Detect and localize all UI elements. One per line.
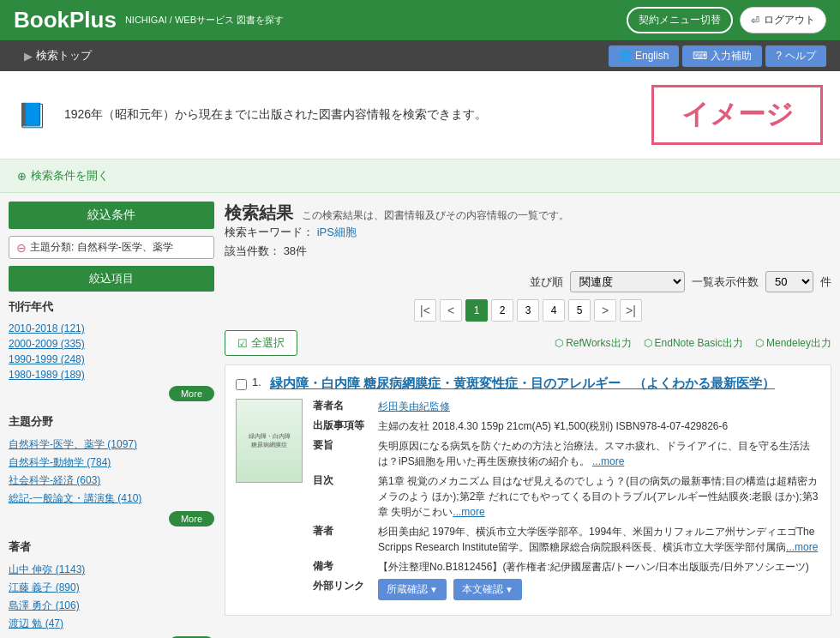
summary-more-link[interactable]: ...more: [592, 455, 624, 467]
holdings-label: 所蔵確認: [387, 582, 428, 597]
result-details-1: 著者名 杉田美由紀監修 出版事項等 主婦の友社 2018.4.30 159p 2…: [313, 399, 820, 605]
export-icon-2: ⬡: [644, 337, 652, 349]
filter-item-author-0[interactable]: 山中 伸弥 (1143): [9, 561, 214, 579]
export-icon-3: ⬡: [755, 337, 764, 349]
info-bar: 📘 1926年（昭和元年）から現在までに出版された図書内容情報を検索できます。 …: [0, 71, 840, 160]
filter-item-year-3[interactable]: 1980-1989 (189): [9, 367, 214, 382]
service-sub: 図書を探す: [237, 15, 284, 25]
filter-item-year-0[interactable]: 2010-2018 (121): [9, 321, 214, 336]
filter-item-subject-1[interactable]: 自然科学-動物学 (784): [9, 454, 214, 472]
logout-btn[interactable]: ⏎ ログアウト: [740, 7, 826, 33]
logout-icon: ⏎: [751, 15, 759, 27]
results-count: 該当件数： 38件: [225, 244, 569, 259]
logout-label: ログアウト: [764, 13, 815, 27]
input-assist-btn[interactable]: ⌨ 入力補助: [682, 45, 762, 67]
results-subtitle: この検索結果は、図書情報及びその内容情報の一覧です。: [302, 208, 569, 223]
page-3-btn[interactable]: 3: [517, 299, 539, 322]
remove-filter-icon[interactable]: ⊖: [16, 241, 27, 255]
filter-item-author-2[interactable]: 島澤 勇介 (106): [9, 597, 214, 615]
export-mendeley-btn[interactable]: ⬡ Mendeley出力: [755, 336, 831, 351]
filter-section-subject: 主題分野 自然科学-医学、薬学 (1097) 自然科学-動物学 (784) 社会…: [9, 412, 214, 533]
chevron-down-icon-1: ▼: [429, 585, 438, 594]
count-per-unit: 件: [820, 274, 831, 290]
check-icon: ☑: [237, 337, 248, 350]
count-value: 38件: [284, 244, 307, 257]
count-per-label: 一覧表示件数: [692, 274, 759, 290]
filter-item-year-1[interactable]: 2000-2009 (335): [9, 336, 214, 352]
toolbar: ☑ 全選択 ⬡ RefWorks出力 ⬡ EndNote Basic出力 ⬡ M…: [225, 330, 831, 356]
nav-search-top[interactable]: ▶ 検索トップ: [14, 41, 102, 70]
subject-more-btn[interactable]: More: [169, 511, 214, 527]
header: BookPlus NICHIGAI / WEBサービス 図書を探す 契約メニュー…: [0, 0, 840, 40]
export-buttons: ⬡ RefWorks出力 ⬡ EndNote Basic出力 ⬡ Mendele…: [555, 336, 831, 351]
year-more-btn[interactable]: More: [169, 386, 214, 401]
english-btn[interactable]: 🌐 English: [609, 45, 679, 67]
navbar-right: 🌐 English ⌨ 入力補助 ? ヘルプ: [609, 45, 826, 67]
author2-more-link[interactable]: ...more: [786, 541, 818, 553]
info-text: 1926年（昭和元年）から現在までに出版された図書内容情報を検索できます。: [64, 107, 487, 123]
globe-icon: 🌐: [619, 50, 632, 62]
author-label: 著者名: [313, 399, 373, 414]
detail-row-author: 著者名 杉田美由紀監修: [313, 399, 820, 414]
filter-title: 絞込条件: [9, 202, 214, 229]
page-last-btn[interactable]: >|: [620, 299, 642, 322]
note-label: 備考: [313, 559, 373, 575]
result-number-1: 1.: [252, 376, 261, 388]
result-title-1[interactable]: 緑内障・白内障 糖尿病網膜症・黄斑変性症・目のアレルギー （よくわかる最新医学）: [270, 376, 820, 392]
sort-label: 並び順: [530, 274, 563, 290]
toc-label: 目次: [313, 473, 373, 520]
input-label: 入力補助: [711, 49, 752, 63]
filter-item-year-2[interactable]: 1990-1999 (248): [9, 352, 214, 367]
book-cover-1: 緑内障・白内障糖尿病網膜症: [236, 399, 303, 483]
filter-section-author-label: 著者: [9, 537, 214, 557]
contract-btn[interactable]: 契約メニュー切替: [627, 7, 733, 33]
help-btn[interactable]: ? ヘルプ: [765, 45, 826, 67]
filter-item-subject-2[interactable]: 社会科学-経済 (603): [9, 472, 214, 490]
results-header: 検索結果 この検索結果は、図書情報及びその内容情報の一覧です。 検索キーワード：…: [225, 202, 831, 266]
holdings-btn[interactable]: 所蔵確認 ▼: [378, 579, 447, 600]
filter-item-author-1[interactable]: 江藤 義子 (890): [9, 579, 214, 597]
select-all-label: 全選択: [251, 335, 285, 351]
image-placeholder-text: イメージ: [681, 96, 794, 134]
fulltext-btn[interactable]: 本文確認 ▼: [453, 579, 522, 600]
filter-item-subject-3[interactable]: 総記-一般論文・講演集 (410): [9, 490, 214, 508]
page-4-btn[interactable]: 4: [543, 299, 565, 322]
filter-item-subject-0[interactable]: 自然科学-医学、薬学 (1097): [9, 436, 214, 454]
export-refworks-btn[interactable]: ⬡ RefWorks出力: [555, 336, 631, 351]
pub-value: 主婦の友社 2018.4.30 159p 21cm(A5) ¥1,500(税別)…: [378, 418, 728, 434]
navbar-left: ▶ 検索トップ: [14, 41, 102, 70]
detail-row-pub: 出版事項等 主婦の友社 2018.4.30 159p 21cm(A5) ¥1,5…: [313, 418, 820, 434]
toc-more-link[interactable]: ...more: [453, 506, 484, 518]
sidebar: 絞込条件 ⊖ 主題分類: 自然科学-医学、薬学 絞込項目 刊行年代 2010-2…: [9, 202, 214, 638]
service-name: NICHIGAI / WEBサービス: [125, 15, 234, 25]
keyboard-icon: ⌨: [693, 50, 707, 62]
filter-item-author-3[interactable]: 渡辺 勉 (47): [9, 615, 214, 633]
count-per-select[interactable]: 10 20 50 100: [765, 271, 813, 292]
select-all-btn[interactable]: ☑ 全選択: [225, 330, 297, 356]
plus-circle-icon: ⊕: [17, 170, 27, 183]
page-1-btn[interactable]: 1: [465, 299, 488, 322]
narrow-title: 絞込項目: [9, 266, 214, 292]
main-content: 絞込条件 ⊖ 主題分類: 自然科学-医学、薬学 絞込項目 刊行年代 2010-2…: [0, 193, 840, 638]
page-prev-btn[interactable]: <: [440, 299, 462, 322]
page-5-btn[interactable]: 5: [568, 299, 591, 322]
author2-value: 杉田美由紀 1979年、横浜市立大学医学部卒。1994年、米国カリフォルニア州サ…: [378, 524, 820, 555]
sort-select[interactable]: 関連度 刊行年(新しい順) 刊行年(古い順) 著者名: [570, 271, 685, 292]
page-first-btn[interactable]: |<: [414, 299, 436, 322]
keyword-value[interactable]: iPS細胞: [317, 226, 357, 238]
filter-tag: ⊖ 主題分類: 自然科学-医学、薬学: [9, 236, 214, 259]
export-endnote-btn[interactable]: ⬡ EndNote Basic出力: [644, 336, 743, 351]
export-icon-1: ⬡: [555, 337, 563, 349]
detail-row-ext: 外部リンク 所蔵確認 ▼ 本文確認 ▼: [313, 579, 820, 600]
export-endnote-label: EndNote Basic出力: [655, 336, 743, 351]
results-title: 検索結果: [225, 202, 293, 225]
search-condition-link[interactable]: ⊕ 検索条件を開く: [17, 168, 823, 184]
author-link[interactable]: 杉田美由紀監修: [378, 400, 450, 412]
image-placeholder: イメージ: [651, 85, 823, 145]
result-checkbox-1[interactable]: [236, 379, 247, 390]
filter-section-subject-label: 主題分野: [9, 412, 214, 432]
page-next-btn[interactable]: >: [594, 299, 616, 322]
filter-section-year-label: 刊行年代: [9, 297, 214, 317]
author-value: 杉田美由紀監修: [378, 399, 450, 414]
page-2-btn[interactable]: 2: [491, 299, 513, 322]
